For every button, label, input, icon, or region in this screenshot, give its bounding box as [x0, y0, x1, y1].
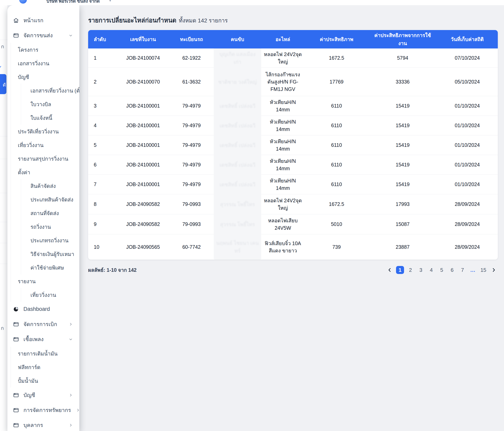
page-title-text: รายการเปลี่ยนอะไหล่ก่อนกำหนด: [88, 17, 176, 24]
sidebar-item-label: เที่ยววิ่งงาน: [18, 141, 44, 149]
sidebar-item-ปั้มน้ำมัน[interactable]: ปั้มน้ำมัน: [11, 374, 79, 387]
sidebar-item-เอกสารเที่ยววิ่งงาน-ตั๋ว-[interactable]: เอกสารเที่ยววิ่งงาน (ตั๋ว): [21, 84, 79, 97]
sidebar-item-ประเภทรถวิ่งงาน[interactable]: ประเภทรถวิ่งงาน: [21, 233, 79, 247]
divider: [0, 193, 7, 193]
table-row[interactable]: 5JOB-2410000179-4979เตชสิทธิ์ เปล่งฉวีหั…: [88, 135, 498, 155]
column-header-7: วันที่เก็บค่าสถิติ: [437, 35, 498, 43]
table-row[interactable]: 1JOB-2410007462-1922บุญเกิด แสงเมือง เก่…: [88, 48, 498, 68]
chevron-right-icon: [68, 422, 73, 428]
window-icon: [13, 321, 19, 327]
table-row[interactable]: 9JOB-2409058279-0993สุวรรณ โพธิ์ไทรหลอดไ…: [88, 214, 498, 234]
sidebar-item-จัดการขนส่ง[interactable]: จัดการขนส่ง: [7, 28, 79, 43]
chevron-down-icon: ▾: [109, 0, 111, 3]
sidebar-item-ตั้งค่า[interactable]: ตั้งค่า: [11, 165, 79, 179]
table-row[interactable]: 7JOB-2410000179-4979เตชสิทธิ์ เปล่งฉวีหั…: [88, 175, 498, 194]
sidebar-item-รายการเติมน้ำมัน[interactable]: รายการเติมน้ำมัน: [11, 347, 79, 360]
page-title-count: ทั้งหมด 142 รายการ: [179, 18, 228, 24]
next-page-button[interactable]: [490, 266, 498, 274]
cell-driver: ชาติชาย วงค์ใหญ่: [214, 68, 261, 96]
page-button-6[interactable]: 6: [448, 266, 456, 274]
page-button-7[interactable]: 7: [459, 266, 467, 274]
cell-stat_date: 28/09/2024: [437, 194, 498, 214]
main-content: รายการเปลี่ยนอะไหล่ก่อนกำหนดทั้งหมด 142 …: [79, 5, 504, 431]
cell-stat_date: 28/09/2024: [437, 234, 498, 260]
sidebar-group: เอกสารเที่ยววิ่งงาน (ตั๋ว)ใบวางบิลใบแจ้ง…: [21, 84, 79, 125]
cell-driver: บุญเกิด แสงเมือง เก่า: [214, 48, 261, 68]
divider: [0, 264, 7, 264]
table-row[interactable]: 6JOB-2410000179-4979เตชสิทธิ์ เปล่งฉวีหั…: [88, 155, 498, 175]
table-row[interactable]: 3JOB-2410000179-4979เตชสิทธิ์ เปล่งฉวีหั…: [88, 96, 498, 116]
home-icon: [13, 18, 19, 23]
sidebar-item-เอกสารวิ่งงาน[interactable]: เอกสารวิ่งงาน: [11, 56, 79, 70]
cell-part: หัวเทียนH/N 14mm: [261, 116, 305, 135]
sidebar-item-บัญชี[interactable]: บัญชี: [11, 70, 79, 84]
cell-driver: เตชสิทธิ์ เปล่งฉวี: [214, 116, 261, 135]
table-row[interactable]: 8JOB-2409058279-0993สุวรรณ โพธิ์ไทรหลอดไ…: [88, 194, 498, 214]
cell-no: 8: [88, 194, 117, 214]
sidebar-item-หน้าแรก[interactable]: หน้าแรก: [7, 13, 79, 28]
sidebar-item-ฟลีทการ์ด[interactable]: ฟลีทการ์ด: [11, 360, 79, 374]
table-footer: ผลลัพธ์: 1-10 จาก 142 1234567…15: [88, 265, 498, 275]
page-button-5[interactable]: 5: [438, 266, 446, 274]
cell-efficiency_usage: 15419: [369, 116, 437, 135]
parts-table-card: ลำดับเลขที่ใบงานทะเบียนรถคนขับอะไหล่ค่าป…: [88, 30, 498, 260]
table-row[interactable]: 2JOB-2410007061-3632ชาติชาย วงค์ใหญ่ไส้ก…: [88, 68, 498, 96]
sidebar-item-ประวัติเที่ยววิ่งงาน[interactable]: ประวัติเที่ยววิ่งงาน: [11, 125, 79, 138]
sidebar-item-เชื้อเพลง[interactable]: เชื้อเพลง: [7, 332, 79, 347]
sidebar-item-label: รายการเติมน้ำมัน: [18, 350, 57, 358]
check-icon: ✓: [0, 64, 2, 71]
sidebar-item-รถวิ่งงาน[interactable]: รถวิ่งงาน: [21, 220, 79, 233]
sidebar-item-ใบแจ้งหนี้[interactable]: ใบแจ้งหนี้: [21, 111, 79, 125]
driver-name-redacted: เตชสิทธิ์ เปล่งฉวี: [220, 122, 255, 130]
cell-efficiency: 6110: [305, 135, 369, 155]
sidebar-item-ค่าใช้จ่ายพิเศษ[interactable]: ค่าใช้จ่ายพิเศษ: [21, 261, 79, 274]
sidebar-item-วิธีจ่ายเงินผู้รับเหมา[interactable]: วิธีจ่ายเงินผู้รับเหมา: [21, 247, 79, 261]
window-icon: [13, 407, 19, 413]
cell-no: 5: [88, 135, 117, 155]
table-body: 1JOB-2410007462-1922บุญเกิด แสงเมือง เก่…: [88, 48, 498, 260]
sidebar-item-label: บุคลากร: [23, 421, 43, 429]
table-row[interactable]: 10JOB-2409056560-7742นฤพนธ์ ไชยนา เคนทร์…: [88, 234, 498, 260]
sidebar-item-บัญชี[interactable]: บัญชี: [7, 387, 79, 403]
driver-name-redacted: สุวรรณ โพธิ์ไทร: [220, 200, 255, 208]
cell-part: หลอดไฟเสียบ 24V5W: [261, 214, 305, 234]
sidebar-item-label: บัญชี: [18, 73, 29, 81]
cell-stat_date: 01/10/2024: [437, 116, 498, 135]
sidebar-item-ประเภทสินค้าจัดส่ง[interactable]: ประเภทสินค้าจัดส่ง: [21, 193, 79, 206]
sidebar-item-สถานที่จัดส่ง[interactable]: สถานที่จัดส่ง: [21, 206, 79, 220]
page-button-15[interactable]: 15: [479, 266, 487, 274]
sidebar-item-รายงานสรุปการวิ่งงาน[interactable]: รายงานสรุปการวิ่งงาน: [11, 152, 79, 165]
chevron-right-icon: [75, 408, 79, 413]
table-row[interactable]: 4JOB-2410000179-4979เตชสิทธิ์ เปล่งฉวีหั…: [88, 116, 498, 135]
page-button-2[interactable]: 2: [406, 266, 414, 274]
cell-no: 6: [88, 155, 117, 175]
sidebar-item-โครงการ[interactable]: โครงการ: [11, 43, 79, 56]
prev-page-button[interactable]: [386, 266, 394, 274]
driver-name-redacted: ชาติชาย วงค์ใหญ่: [218, 78, 257, 86]
divider: [0, 40, 7, 40]
sidebar-item-dashboard[interactable]: Dashboard: [7, 302, 79, 317]
column-header-4: อะไหล่: [261, 35, 305, 43]
cell-part: หัวเทียนH/N 14mm: [261, 155, 305, 175]
sidebar-item-บุคลากร[interactable]: บุคลากร: [7, 418, 79, 431]
sidebar-item-สินค้าจัดส่ง[interactable]: สินค้าจัดส่ง: [21, 179, 79, 193]
cell-plate: 79-0993: [169, 194, 214, 214]
sidebar-item-การจัดการทรัพยากร[interactable]: การจัดการทรัพยากร: [7, 403, 79, 418]
page-button-4[interactable]: 4: [427, 266, 435, 274]
sidebar-item-รายงาน[interactable]: รายงาน: [11, 274, 79, 288]
sidebar-item-เที่ยววิ่งงาน[interactable]: เที่ยววิ่งงาน: [11, 138, 79, 152]
sidebar-item-ใบวางบิล[interactable]: ใบวางบิล: [21, 97, 79, 111]
sidebar-item-label: วิธีจ่ายเงินผู้รับเหมา: [30, 250, 74, 258]
cell-efficiency: 6110: [305, 155, 369, 175]
sidebar-group: สินค้าจัดส่งประเภทสินค้าจัดส่งสถานที่จัด…: [21, 179, 79, 274]
sidebar-item-เที่ยววิ่งงาน[interactable]: เที่ยววิ่งงาน: [21, 288, 79, 302]
underlying-page-strip: ก ✓ ดั ก: [0, 5, 7, 431]
divider: [0, 136, 7, 136]
cell-job_no: JOB-24090582: [117, 214, 169, 234]
sidebar-group: รายการเติมน้ำมันฟลีทการ์ดปั้มน้ำมัน: [11, 347, 79, 387]
cell-driver: สุวรรณ โพธิ์ไทร: [214, 214, 261, 234]
page-button-1[interactable]: 1: [396, 266, 404, 274]
sidebar-item-จัดการการเบิก[interactable]: จัดการการเบิก: [7, 317, 79, 332]
cell-driver: เตชสิทธิ์ เปล่งฉวี: [214, 135, 261, 155]
page-button-3[interactable]: 3: [417, 266, 425, 274]
